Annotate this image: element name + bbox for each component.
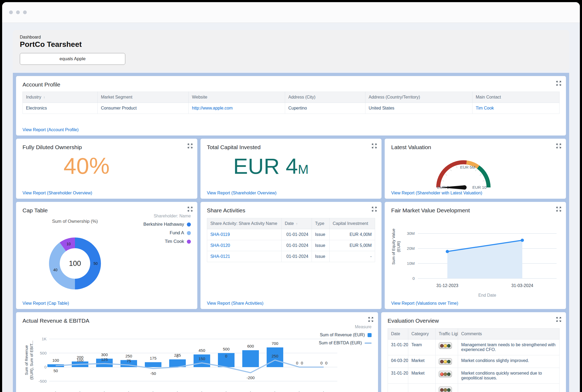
share-activity-link[interactable]: SHA-0120 xyxy=(210,243,230,248)
svg-text:150: 150 xyxy=(198,356,205,361)
svg-text:300: 300 xyxy=(101,352,108,357)
card-total-capital-invested: Total Capital Invested EUR 4M View Repor… xyxy=(201,139,382,199)
view-report-link[interactable]: View Report (Account Profile) xyxy=(22,127,79,132)
legend-item[interactable]: Tim Cook xyxy=(143,239,191,244)
svg-text:0: 0 xyxy=(325,361,327,365)
col-address-country[interactable]: Address (Country/Territory) xyxy=(365,92,473,103)
share-activity-link[interactable]: SHA-0121 xyxy=(210,254,230,259)
svg-text:100: 100 xyxy=(77,358,83,363)
col-main-contact[interactable]: Main Contact xyxy=(473,92,560,103)
col-comments[interactable]: Comments xyxy=(458,329,559,340)
valuation-gauge-chart: EUR 0EUR 5MEUR 10 xyxy=(418,152,509,192)
svg-text:End Date: End Date xyxy=(478,293,496,297)
svg-text:-200: -200 xyxy=(247,375,255,380)
legend-swatch-line xyxy=(365,342,372,344)
col-address-city[interactable]: Address (City) xyxy=(285,92,365,103)
expand-icon[interactable] xyxy=(556,144,561,148)
svg-text:31-03-2024: 31-03-2024 xyxy=(511,283,533,288)
svg-text:-500: -500 xyxy=(39,379,47,383)
legend-dot xyxy=(187,223,191,227)
ownership-donut-chart: Sum of Ownership (%)504010100 xyxy=(22,213,135,297)
col-date[interactable]: Date↑ xyxy=(281,218,312,229)
revenue-ebitda-chart: 1K5000-500100200300250175275450500600700… xyxy=(27,330,361,392)
svg-text:0: 0 xyxy=(176,354,179,358)
svg-text:10M: 10M xyxy=(407,261,415,266)
website-link[interactable]: http://www.apple.com xyxy=(192,106,233,110)
table-row xyxy=(388,384,559,392)
col-website[interactable]: Website xyxy=(189,92,285,103)
cell-city: Cupertino xyxy=(285,103,365,114)
expand-icon[interactable] xyxy=(372,207,377,212)
svg-text:10-2024: 10-2024 xyxy=(264,390,278,392)
svg-text:0: 0 xyxy=(44,365,47,369)
expand-icon[interactable] xyxy=(556,81,561,86)
expand-icon[interactable] xyxy=(188,207,192,212)
main-contact-link[interactable]: Tim Cook xyxy=(476,106,494,110)
svg-text:04-2024: 04-2024 xyxy=(118,390,131,392)
card-cap-table: Cap Table Sum of Ownership (%)504010100 … xyxy=(16,202,197,309)
table-row: 31-01-2024 Team Management team needs to… xyxy=(388,340,559,355)
legend-title: Measure xyxy=(319,325,372,329)
dashboard-page: Dashboard PortCo Tearsheet Account Profi… xyxy=(2,23,580,392)
svg-text:250: 250 xyxy=(125,354,132,358)
card-title: Latest Valuation xyxy=(391,144,560,150)
svg-text:EUR 5M: EUR 5M xyxy=(460,165,475,169)
view-report-link[interactable]: View Report (Shareholder with Latest Val… xyxy=(391,191,482,195)
svg-text:0: 0 xyxy=(320,361,323,365)
card-title: Account Profile xyxy=(22,81,560,88)
window-dot[interactable] xyxy=(16,10,20,14)
kpi-capital-value: EUR 4M xyxy=(201,154,342,179)
svg-text:100: 100 xyxy=(52,358,59,363)
svg-text:30M: 30M xyxy=(407,231,415,236)
expand-icon[interactable] xyxy=(188,144,192,148)
card-latest-valuation: Latest Valuation EUR 0EUR 5MEUR 10 View … xyxy=(385,139,566,199)
view-report-link[interactable]: View Report (Shareholder Overview) xyxy=(22,191,92,195)
fmv-line-chart: 010M20M30M31-12-202331-03-2024End Date xyxy=(391,214,559,300)
view-report-link[interactable]: View Report (Valuations over Time) xyxy=(391,301,458,306)
col-capital-investment[interactable]: Capital Investment xyxy=(329,218,375,229)
donut-legend: Shareholder: Name Berkshire Hathaway Fun… xyxy=(143,214,191,247)
col-share-activity-name[interactable]: Share Activity: Share Activity Name xyxy=(207,218,281,229)
card-fair-market-value: Fair Market Value Development Sum of Equ… xyxy=(385,202,566,309)
col-type[interactable]: Type xyxy=(312,218,329,229)
traffic-light-icon xyxy=(439,387,452,392)
table-row: SHA-0121 01-01-2024 Issue - xyxy=(207,251,375,262)
legend-item[interactable]: Berkshire Hathaway xyxy=(143,222,191,227)
col-date[interactable]: Date xyxy=(388,329,408,340)
svg-text:50: 50 xyxy=(93,261,98,266)
expand-icon[interactable] xyxy=(372,144,377,148)
breadcrumb: Dashboard xyxy=(20,35,562,40)
legend-swatch-bar xyxy=(368,333,372,337)
col-category[interactable]: Category xyxy=(408,329,435,340)
window-dot[interactable] xyxy=(9,10,13,14)
expand-icon[interactable] xyxy=(556,317,561,322)
svg-text:125: 125 xyxy=(101,357,108,362)
legend-item[interactable]: Fund A xyxy=(143,230,191,236)
col-industry[interactable]: Industry↑ xyxy=(23,92,98,103)
account-profile-table: Industry↑ Market Segment Website Address… xyxy=(22,92,560,114)
table-row: SHA-0119 01-01-2024 Issue EUR 4,00M xyxy=(207,229,375,240)
expand-icon[interactable] xyxy=(556,207,561,212)
card-revenue-ebitda: Actual Revenue & EBITDA Measure Sum of R… xyxy=(16,312,378,392)
window-controls[interactable] xyxy=(9,10,27,14)
card-fully-diluted-ownership: Fully Diluted Ownership 40% View Report … xyxy=(16,139,197,199)
traffic-light-icon xyxy=(439,371,452,377)
svg-text:01-2024: 01-2024 xyxy=(45,390,58,392)
card-account-profile: Account Profile Industry↑ Market Segment… xyxy=(16,76,566,135)
legend-title: Shareholder: Name xyxy=(143,214,191,218)
expand-icon[interactable] xyxy=(368,317,373,322)
sort-asc-icon: ↑ xyxy=(43,96,45,99)
svg-text:40: 40 xyxy=(53,268,58,272)
view-report-link[interactable]: View Report (Share Activities) xyxy=(207,301,263,306)
svg-text:07-2024: 07-2024 xyxy=(191,390,205,392)
filter-input[interactable] xyxy=(20,53,125,65)
table-row: SHA-0120 01-01-2024 Issue EUR 5,00M xyxy=(207,240,375,251)
view-report-link[interactable]: View Report (Cap Table) xyxy=(22,301,69,306)
col-traffic-light[interactable]: Traffic Light xyxy=(435,329,458,340)
svg-text:EUR 10: EUR 10 xyxy=(472,185,486,190)
window-dot[interactable] xyxy=(23,10,27,14)
share-activity-link[interactable]: SHA-0119 xyxy=(210,232,230,237)
svg-text:100: 100 xyxy=(69,259,81,267)
col-market-segment[interactable]: Market Segment xyxy=(98,92,189,103)
view-report-link[interactable]: View Report (Shareholder Overview) xyxy=(207,191,277,195)
